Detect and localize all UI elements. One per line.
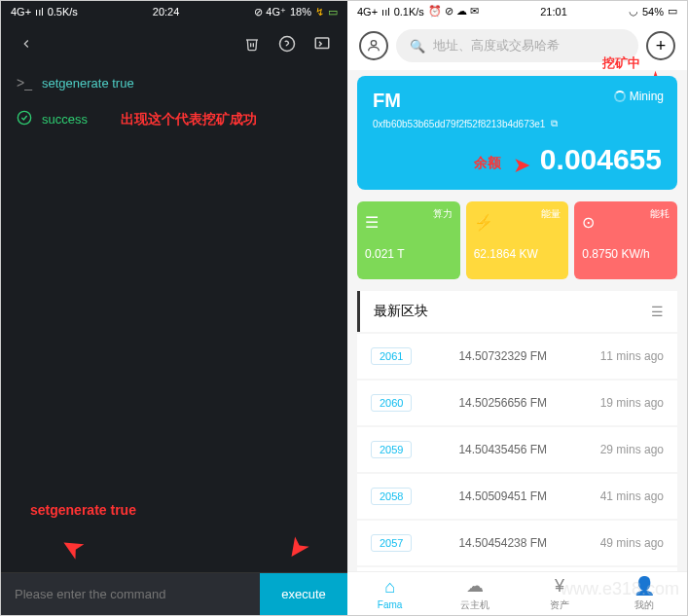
svg-point-0: [280, 37, 295, 52]
stats-row: 算力 ☰ 0.021 T 能量 ⚡ 62.1864 KW 能耗 ⊙ 0.8750…: [357, 201, 677, 279]
check-icon: [17, 110, 32, 128]
battery-pct: 18%: [290, 6, 311, 18]
console-button[interactable]: [308, 30, 336, 57]
add-button[interactable]: +: [646, 31, 675, 60]
network-label: 4G+: [11, 6, 31, 18]
data-speed: 0.1K/s: [394, 6, 424, 18]
wallet-pane: 4G+ ııl 0.1K/s ⏰ ⊘ ☁ ✉ 21:01 ◡ 54% ▭ 🔍 地…: [347, 1, 687, 615]
terminal-pane: 4G+ ııl 0.5K/s 20:24 ⊘ 4G⁺ 18% ↯ ▭ >_ se…: [1, 1, 347, 615]
status-bar-left: 4G+ ııl 0.5K/s 20:24 ⊘ 4G⁺ 18% ↯ ▭: [1, 1, 347, 22]
stat-energy: 能量 ⚡ 62.1864 KW: [466, 201, 569, 279]
clock: 21:01: [540, 6, 567, 18]
command-input-bar: execute: [1, 572, 347, 615]
back-button[interactable]: [13, 30, 40, 57]
command-line: >_ setgenerate true: [1, 65, 347, 100]
arrow-annotation-execute: ➤: [278, 530, 317, 567]
bottom-nav: ⌂Fama ☁云主机 ¥资产 👤我的: [347, 571, 687, 615]
annotation-mining: 挖矿中: [602, 54, 640, 72]
nav-cloud[interactable]: ☁云主机: [432, 572, 517, 615]
fm-balance: 0.004655: [373, 143, 662, 176]
search-placeholder: 地址、高度或交易哈希: [433, 37, 560, 54]
home-icon: ⌂: [384, 577, 395, 598]
block-row[interactable]: 206114.50732329 FM11 mins ago: [357, 334, 677, 379]
arrow-annotation-input: ➤: [54, 528, 90, 567]
list-icon[interactable]: ☰: [651, 304, 664, 319]
mining-status: Mining: [614, 90, 664, 103]
net-icon: ⊘ 4G⁺: [254, 6, 286, 18]
network-label: 4G+: [357, 6, 378, 18]
prompt-icon: >_: [17, 75, 32, 91]
help-button[interactable]: [273, 30, 301, 57]
cloud-icon: ☁: [466, 575, 484, 597]
nav-profile[interactable]: 👤我的: [602, 572, 687, 615]
block-row[interactable]: 205714.50454238 FM49 mins ago: [357, 521, 677, 565]
nav-assets[interactable]: ¥资产: [518, 572, 602, 615]
execute-button[interactable]: execute: [260, 573, 347, 615]
signal-icon: ııl: [35, 6, 44, 18]
wifi-pct: 54%: [642, 6, 664, 18]
profile-icon: 👤: [634, 575, 655, 597]
spinner-icon: [614, 91, 626, 102]
fm-address: 0xfb60b53b65dd79f2f52f8213b4d673e1: [373, 119, 545, 129]
blocks-title: 最新区块: [374, 303, 428, 320]
block-row[interactable]: 205914.50435456 FM29 mins ago: [357, 427, 677, 472]
svg-rect-2: [315, 38, 329, 49]
block-row[interactable]: 205814.50509451 FM41 mins ago: [357, 474, 677, 519]
copy-icon[interactable]: ⧉: [551, 118, 558, 129]
fm-address-row: 0xfb60b53b65dd79f2f52f8213b4d673e1 ⧉: [373, 118, 662, 129]
fm-card: FM Mining 0xfb60b53b65dd79f2f52f8213b4d6…: [357, 76, 677, 190]
svg-point-4: [371, 41, 376, 46]
success-text: success: [42, 112, 88, 127]
status-icons: ⏰ ⊘ ☁ ✉: [428, 5, 479, 18]
annotation-balance: 余额: [474, 155, 501, 172]
terminal-topbar: [1, 22, 347, 65]
status-bar-right: 4G+ ııl 0.1K/s ⏰ ⊘ ☁ ✉ 21:01 ◡ 54% ▭: [347, 1, 687, 21]
avatar-button[interactable]: [359, 31, 388, 60]
annotation-success: 出现这个代表挖矿成功: [121, 111, 257, 128]
data-speed: 0.5K/s: [48, 6, 78, 18]
wifi-icon: ◡: [629, 5, 638, 18]
annotation-input: setgenerate true: [30, 502, 136, 518]
block-row[interactable]: 206014.50256656 FM19 mins ago: [357, 380, 677, 425]
blocks-list: 206114.50732329 FM11 mins ago 206014.502…: [347, 332, 687, 571]
command-input[interactable]: [1, 573, 260, 615]
nav-fama[interactable]: ⌂Fama: [347, 572, 432, 615]
signal-icon: ııl: [381, 6, 390, 18]
command-text: setgenerate true: [42, 76, 134, 91]
stat-hashrate: 算力 ☰ 0.021 T: [357, 201, 460, 279]
battery-icon: ↯: [315, 6, 324, 18]
result-line: success 出现这个代表挖矿成功: [1, 100, 347, 138]
search-icon: 🔍: [410, 39, 425, 54]
trash-button[interactable]: [238, 30, 266, 57]
assets-icon: ¥: [555, 576, 564, 597]
clock: 20:24: [153, 6, 180, 18]
blocks-header: 最新区块 ☰: [357, 291, 677, 332]
svg-point-3: [18, 111, 30, 124]
battery-icon: ▭: [668, 5, 677, 18]
stat-consumption: 能耗 ⊙ 0.8750 KW/h: [574, 201, 677, 279]
battery-icon-2: ▭: [328, 6, 338, 18]
